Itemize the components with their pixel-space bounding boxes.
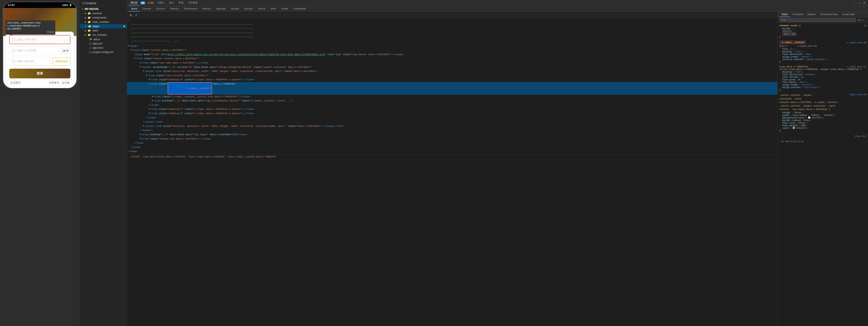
top-tabs-chevron[interactable]: ▶: [140, 61, 141, 64]
close-swiper[interactable]: </swiper>: [127, 128, 777, 132]
file-tree-app-wxss[interactable]: { } app.wxss: [80, 46, 127, 50]
u-input-collapsed-line[interactable]: ▶ <view style="padding:0" class="u-input…: [127, 78, 777, 82]
phone-input-field[interactable]: 请输入手机号码: [9, 35, 70, 44]
html-comment-line[interactable]: /*: [127, 19, 777, 23]
view-datav-selector[interactable]: view.data-v-fdbb9fe6,: [779, 65, 809, 68]
tab-wxml[interactable]: Wxml: [129, 6, 140, 11]
u-input-content-line[interactable]: ▼ <view class= "u-input__content" data-v…: [127, 82, 777, 95]
close-page[interactable]: </page>: [127, 149, 777, 154]
tab-vulnerability[interactable]: Vulnerability: [290, 6, 309, 11]
card-chevron[interactable]: ▼: [146, 74, 147, 77]
breadcrumb-u-input[interactable]: view.u-input.data-v-b237504c: [189, 156, 225, 158]
prefix-icon-line[interactable]: ▶ <view class="u-input__content__prefix-…: [127, 95, 777, 99]
refresh-btn[interactable]: ↺: [134, 13, 138, 17]
register-link[interactable]: 没有账号，去注册: [49, 81, 69, 85]
captcha-input[interactable]: 请输入计算结果: [9, 46, 59, 55]
tab-sources[interactable]: Sources: [154, 6, 167, 11]
tab-memory[interactable]: Memory: [200, 6, 214, 11]
u-input-source[interactable]: u-input.wxss:38: [847, 41, 866, 44]
problems-tab[interactable]: 问题 1: [156, 0, 166, 5]
swiper-chevron[interactable]: ▼: [140, 65, 141, 68]
file-tree-node-modules[interactable]: ▶ 📁 node_modules: [80, 20, 127, 24]
login-button[interactable]: 登录: [9, 69, 70, 78]
tab-console[interactable]: Console: [140, 6, 154, 11]
tab-styles[interactable]: Styles: [779, 12, 790, 17]
page-tag-line[interactable]: ▼ <page>: [127, 44, 777, 49]
terminal-tab[interactable]: 终端: [177, 0, 185, 5]
u-input-2[interactable]: ▶ <view style="padding:0" class="u-input…: [127, 107, 777, 112]
forgot-password-link[interactable]: 忘记密码: [10, 81, 21, 85]
file-tree-uni-modules[interactable]: ▶ 📁 uni_modules: [80, 33, 127, 37]
forget-row[interactable]: ▶ <view class="forget-row data-v-b237504…: [127, 137, 777, 141]
u-input-selector[interactable]: .u-input__content: [779, 41, 806, 44]
sms-input[interactable]: 请输入验证码: [9, 57, 51, 66]
tab-mock[interactable]: Mock: [268, 6, 279, 11]
f-chevron[interactable]: ▶: [152, 99, 153, 102]
tab-dataset[interactable]: Dataset: [805, 12, 818, 17]
tab-sensor[interactable]: Sensor: [255, 6, 268, 11]
center-content-selector[interactable]: .center-content .swiper-container .card-…: [779, 93, 839, 111]
image-line[interactable]: <image mode="true" src="http://dsncv-tes…: [127, 53, 777, 57]
tab-scope-data[interactable]: Scope Data: [840, 12, 857, 17]
card-content-line[interactable]: ▼ <view class="card-content data-v-b2375…: [127, 73, 777, 78]
file-tree-components[interactable]: ▶ 📁 components: [80, 16, 127, 20]
close-card[interactable]: </view>: [127, 116, 777, 120]
file-tree-root[interactable]: ▼ MP-WEIXIN: [80, 7, 127, 11]
add-style-btn[interactable]: +: [861, 18, 863, 22]
minimize-btn[interactable]: −: [854, 1, 857, 5]
center-content-line[interactable]: ▼ <view class="center-content data-v-b23…: [127, 57, 777, 61]
html-stars-line2[interactable]: !/**************************************…: [127, 27, 777, 31]
close-content[interactable]: </view>: [127, 145, 777, 150]
field-line[interactable]: ▶ <view bindtap="__e" data-event-opts="t…: [127, 99, 777, 103]
close-center[interactable]: </view>: [127, 141, 777, 145]
breadcrumb-237504c[interactable]: 237504c: [131, 156, 140, 158]
breadcrumb-u-input-content[interactable]: view.u-input__content.data-v-fdbb9fe6: [228, 156, 276, 158]
page-chevron[interactable]: ▼: [128, 45, 129, 48]
tab-security[interactable]: Security: [242, 6, 255, 11]
inspect-btn[interactable]: ⊕: [129, 13, 133, 17]
close-view-line1[interactable]: </view>: [127, 103, 777, 108]
output-tab[interactable]: 输出: [167, 0, 176, 5]
file-tree-common[interactable]: ▶ 📁 common: [80, 11, 127, 16]
swiper-item-line[interactable]: ▼ <swiper-item style="position: absolute…: [127, 69, 777, 73]
tab-computed[interactable]: Computed: [790, 12, 805, 17]
element-style-selector[interactable]: element.style {: [779, 24, 801, 27]
pi-chevron[interactable]: ▶: [152, 95, 153, 98]
breadcrumb-card-content[interactable]: view.card-content.data-v-b237504c: [143, 156, 186, 158]
swiper-item-2[interactable]: ▶ <swiper-item style="position: absolute…: [127, 124, 777, 128]
styles-filter-input[interactable]: [779, 18, 856, 22]
view-datav-source[interactable]: u-input.wxss:11: [847, 66, 866, 68]
show-all-link[interactable]: Show all: [855, 135, 866, 138]
swiper-line[interactable]: ▼ <swiper bindchange="__e" current="0" d…: [127, 65, 777, 69]
login-btn-line[interactable]: ▶ <view bindtap="__e" data-event-opts="t…: [127, 132, 777, 137]
top-tabs-line[interactable]: ▶ <view class="top-tabs data-v-b237504c"…: [127, 61, 777, 65]
close-btn[interactable]: ✕: [862, 1, 866, 5]
html-stars-line4[interactable]: !/**************************************…: [127, 35, 777, 40]
file-tree-header[interactable]: 打开的编辑器: [80, 0, 127, 7]
sms-button[interactable]: 获取验证码: [53, 57, 70, 66]
debugger-tab[interactable]: 调试器: [129, 0, 139, 5]
tab-network[interactable]: Network: [167, 6, 181, 11]
html-stars-close[interactable]: !/**************************...!*\: [127, 40, 777, 44]
view-chevron[interactable]: ▼: [131, 49, 132, 52]
file-tree-static[interactable]: ▶ 📁 static: [80, 28, 127, 33]
code-quality-tab[interactable]: 代码质量: [186, 0, 199, 5]
ui-chevron[interactable]: ▶: [149, 78, 150, 81]
more-styles-btn[interactable]: ⋮: [864, 19, 866, 22]
tab-component-data[interactable]: Component Data: [818, 12, 840, 17]
html-stars-line1[interactable]: !/**************************************…: [127, 23, 777, 27]
html-stars-line3[interactable]: !/**************************************…: [127, 31, 777, 36]
maximize-btn[interactable]: □: [858, 1, 861, 5]
tab-appdata[interactable]: AppData: [214, 6, 228, 11]
si-chevron[interactable]: ▼: [143, 69, 144, 72]
cc-chevron[interactable]: ▼: [134, 57, 135, 60]
tab-storage[interactable]: Storage: [228, 6, 242, 11]
tab-audits[interactable]: Audits: [279, 6, 291, 11]
uic-chevron[interactable]: ▼: [149, 82, 150, 85]
login-wxss-source[interactable]: login.wxss:59: [849, 93, 866, 96]
file-tree-app-js[interactable]: JS app.js: [80, 37, 127, 41]
view-content-line[interactable]: ▼ <view class= "content data-v-b237504c"…: [127, 48, 777, 53]
close-si[interactable]: </swiper-item>: [127, 120, 777, 124]
file-tree-pages[interactable]: ▼ 📁 pages: [80, 24, 127, 28]
file-tree-project-config[interactable]: { } project.config.json: [80, 50, 127, 54]
